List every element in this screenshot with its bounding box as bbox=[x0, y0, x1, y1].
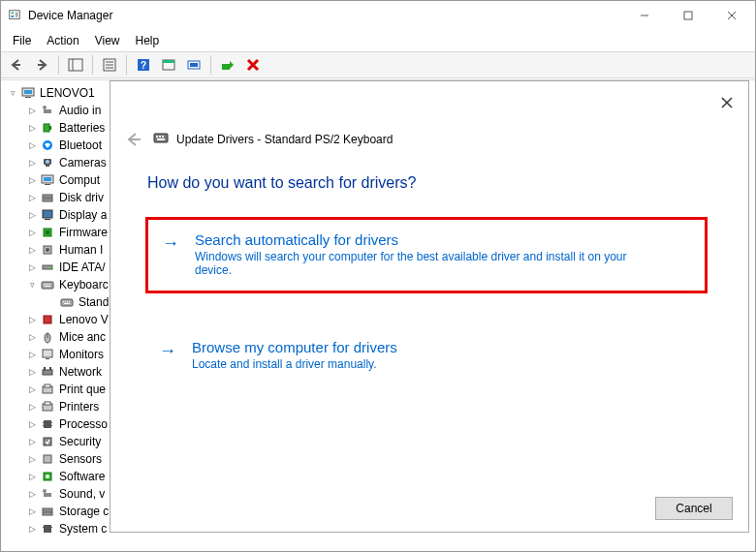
dialog-heading: How do you want to search for drivers? bbox=[147, 174, 416, 192]
expander-icon[interactable]: ▷ bbox=[26, 506, 38, 517]
device-icon bbox=[40, 504, 55, 519]
svg-rect-65 bbox=[46, 358, 49, 359]
dialog-back-button[interactable] bbox=[122, 128, 145, 151]
expander-icon[interactable]: ▷ bbox=[26, 418, 38, 430]
svg-rect-44 bbox=[46, 230, 49, 234]
arrow-right-icon: → bbox=[162, 233, 179, 254]
expander-icon[interactable]: ▷ bbox=[26, 244, 38, 256]
tree-item-label: Software bbox=[59, 468, 105, 485]
toolbar-separator bbox=[58, 55, 59, 75]
tree-item-label: Comput bbox=[59, 171, 100, 189]
expander-icon[interactable]: ▷ bbox=[26, 139, 38, 151]
show-hide-tree-button[interactable] bbox=[64, 54, 87, 76]
option-search-automatically[interactable]: → Search automatically for drivers Windo… bbox=[145, 217, 708, 293]
svg-rect-58 bbox=[67, 301, 68, 302]
svg-rect-3 bbox=[16, 13, 18, 17]
device-icon bbox=[40, 399, 55, 414]
device-icon bbox=[59, 294, 75, 310]
device-icon bbox=[40, 103, 55, 118]
scan-hardware-button[interactable] bbox=[182, 54, 205, 76]
device-icon bbox=[40, 172, 55, 188]
menu-file[interactable]: File bbox=[5, 32, 39, 49]
back-button[interactable] bbox=[5, 54, 28, 76]
tree-item-label: Storage c bbox=[59, 503, 109, 520]
svg-rect-67 bbox=[44, 367, 46, 370]
titlebar: Device Manager bbox=[1, 1, 755, 30]
keyboard-icon bbox=[153, 130, 169, 148]
svg-rect-88 bbox=[51, 527, 52, 528]
properties-button[interactable] bbox=[98, 54, 121, 76]
svg-rect-92 bbox=[154, 134, 168, 142]
svg-rect-30 bbox=[44, 124, 49, 132]
close-button[interactable] bbox=[709, 1, 753, 30]
action-button[interactable] bbox=[157, 54, 180, 76]
expander-icon[interactable]: ▷ bbox=[26, 192, 38, 203]
expander-icon[interactable]: ▷ bbox=[26, 349, 38, 360]
expander-icon[interactable]: ▷ bbox=[26, 314, 38, 325]
tree-item-label: Human I bbox=[59, 241, 103, 259]
dialog-close-button[interactable] bbox=[715, 91, 739, 114]
option-browse-computer[interactable]: → Browse my computer for drivers Locate … bbox=[145, 327, 708, 384]
svg-rect-49 bbox=[42, 282, 53, 289]
cancel-button[interactable]: Cancel bbox=[655, 497, 733, 520]
expander-icon[interactable]: ▷ bbox=[26, 227, 38, 238]
device-icon bbox=[40, 469, 55, 484]
help-button[interactable]: ? bbox=[132, 54, 155, 76]
update-driver-button[interactable] bbox=[216, 54, 239, 76]
maximize-button[interactable] bbox=[666, 1, 709, 30]
tree-item-label: IDE ATA/ bbox=[59, 259, 106, 276]
expander-icon[interactable]: ▿ bbox=[26, 279, 38, 291]
svg-rect-55 bbox=[61, 299, 73, 306]
svg-rect-66 bbox=[43, 370, 52, 375]
toolbar-separator bbox=[92, 55, 93, 75]
svg-rect-70 bbox=[45, 384, 50, 387]
svg-rect-21 bbox=[190, 63, 198, 67]
expander-icon[interactable]: ▷ bbox=[26, 157, 38, 169]
svg-rect-61 bbox=[44, 316, 51, 323]
device-icon bbox=[40, 364, 55, 380]
expander-icon[interactable]: ▷ bbox=[26, 471, 38, 482]
expander-icon[interactable]: ▷ bbox=[26, 366, 38, 378]
svg-rect-77 bbox=[51, 425, 52, 426]
svg-rect-56 bbox=[63, 301, 64, 302]
device-icon bbox=[40, 434, 55, 449]
tree-item-label: Display a bbox=[59, 206, 107, 224]
tree-item-label: Audio in bbox=[59, 102, 101, 119]
window-title: Device Manager bbox=[28, 9, 112, 22]
expander-icon[interactable]: ▷ bbox=[26, 209, 38, 221]
svg-rect-53 bbox=[49, 284, 50, 285]
expander-icon[interactable]: ▷ bbox=[26, 122, 38, 134]
svg-rect-82 bbox=[44, 493, 51, 497]
svg-rect-27 bbox=[25, 97, 31, 98]
expander-icon[interactable]: ▷ bbox=[26, 105, 38, 116]
svg-rect-50 bbox=[44, 284, 45, 285]
menu-help[interactable]: Help bbox=[128, 32, 168, 49]
expander-icon[interactable]: ▿ bbox=[7, 87, 18, 99]
expander-icon[interactable]: ▷ bbox=[26, 436, 38, 447]
uninstall-device-button[interactable] bbox=[241, 54, 265, 76]
expander-icon[interactable]: ▷ bbox=[26, 383, 38, 395]
expander-icon[interactable]: ▷ bbox=[26, 453, 38, 465]
tree-item-label: Stand bbox=[79, 293, 109, 311]
svg-rect-51 bbox=[46, 284, 47, 285]
toolbar-separator bbox=[126, 55, 127, 75]
expander-icon[interactable]: ▷ bbox=[26, 523, 38, 535]
expander-icon[interactable]: ▷ bbox=[26, 401, 38, 413]
menu-action[interactable]: Action bbox=[39, 32, 86, 49]
device-icon bbox=[40, 120, 55, 136]
expander-icon[interactable]: ▷ bbox=[26, 261, 38, 273]
expander-icon[interactable]: ▷ bbox=[26, 331, 38, 343]
menu-view[interactable]: View bbox=[87, 32, 128, 49]
svg-rect-26 bbox=[24, 90, 32, 94]
expander-icon[interactable]: ▷ bbox=[26, 174, 38, 186]
svg-rect-54 bbox=[45, 286, 50, 287]
expander-icon[interactable]: ▷ bbox=[26, 488, 38, 500]
forward-button[interactable] bbox=[30, 54, 53, 76]
device-icon bbox=[40, 329, 55, 345]
arrow-right-icon: → bbox=[159, 341, 176, 361]
option-title: Search automatically for drivers bbox=[195, 231, 691, 248]
device-icon bbox=[40, 521, 55, 537]
svg-rect-87 bbox=[43, 527, 44, 528]
svg-rect-31 bbox=[49, 126, 51, 130]
minimize-button[interactable] bbox=[622, 1, 666, 30]
